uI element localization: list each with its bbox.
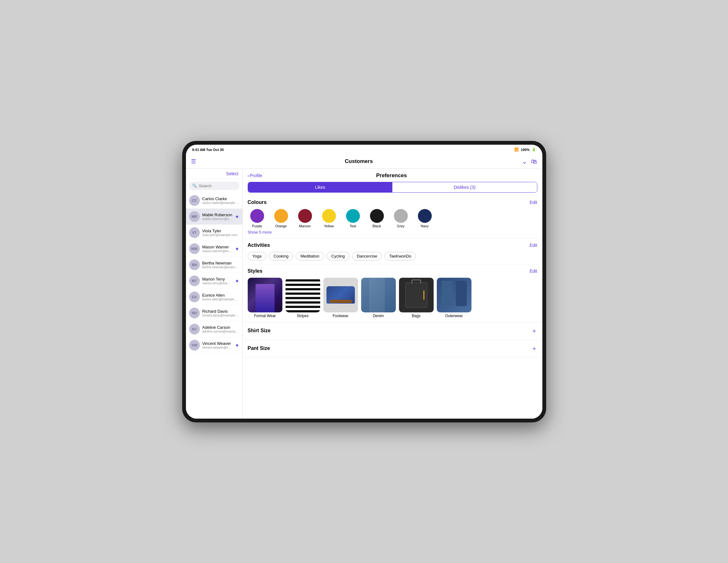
customer-item[interactable]: MW Mason Warner mason.warner@example.com…	[186, 241, 242, 257]
activity-tag: TaeKwonDo	[384, 252, 416, 260]
customer-name: Carlos Clarke	[202, 196, 239, 201]
customer-info: Vincent Weaver vincent.weaver@example.co…	[202, 341, 233, 349]
chevron-down-icon[interactable]: ⌄	[522, 158, 527, 165]
customer-name: Vincent Weaver	[202, 341, 233, 346]
style-item[interactable]: Footwear	[323, 278, 358, 318]
style-image	[286, 278, 320, 312]
colour-item[interactable]: Grey	[391, 209, 410, 228]
colour-label: Maroon	[299, 224, 311, 228]
tab-likes[interactable]: Likes	[248, 182, 393, 192]
style-item[interactable]: Formal Wear	[248, 278, 282, 318]
customer-name: Bertha Newman	[202, 261, 239, 265]
star-icon[interactable]: ★	[235, 343, 239, 348]
customer-email: eucice.allen@example.com	[202, 298, 239, 301]
customer-email: mable.roberson@example.com	[202, 217, 233, 221]
customer-email: viola.tyler@example.com	[202, 233, 239, 237]
style-label: Stripes	[297, 314, 309, 318]
colours-grid: Purple Orange Maroon Yellow Teal Black G…	[248, 209, 537, 228]
customer-info: Viola Tyler viola.tyler@example.com	[202, 229, 239, 237]
styles-edit-button[interactable]: Edit	[529, 269, 537, 274]
colour-item[interactable]: Purple	[248, 209, 267, 228]
colour-item[interactable]: Yellow	[320, 209, 338, 228]
activities-header: Activities Edit	[248, 242, 537, 248]
customer-info: Bertha Newman bertha.newman@example.com	[202, 261, 239, 269]
colours-label: Colours	[248, 200, 267, 205]
shirt-size-label: Shirt Size	[248, 328, 271, 334]
colour-item[interactable]: Black	[367, 209, 386, 228]
star-icon[interactable]: ★	[235, 214, 239, 219]
customer-item[interactable]: VW Vincent Weaver vincent.weaver@example…	[186, 337, 242, 353]
customer-name: Mason Warner	[202, 245, 233, 249]
style-label: Footwear	[332, 314, 348, 318]
customer-item[interactable]: CC Carlos Clarke carlos.clarke@example.c…	[186, 193, 242, 209]
customer-item[interactable]: VT Viola Tyler viola.tyler@example.com	[186, 225, 242, 241]
customer-item[interactable]: EA Eunice Allen eucice.allen@example.com	[186, 289, 242, 305]
customer-info: Carlos Clarke carlos.clarke@example.com	[202, 196, 239, 205]
customer-item[interactable]: BN Bertha Newman bertha.newman@example.c…	[186, 257, 242, 273]
colour-circle	[418, 209, 432, 223]
star-icon[interactable]: ★	[235, 246, 239, 251]
screen: 9:41 AM Tue Oct 30 📶 100% 🔋 ☰ Customers …	[186, 145, 542, 419]
detail-panel: ‹ Profile Preferences Likes Dislikes (3)…	[243, 169, 542, 419]
customer-email: vincent.weaver@example.com	[202, 346, 233, 349]
activities-section: Activities Edit YogaCookingMeditationCyc…	[243, 239, 542, 264]
colours-edit-button[interactable]: Edit	[529, 200, 537, 205]
customer-item[interactable]: RD Richard Davis richard.davis@example.c…	[186, 305, 242, 321]
customer-email: bertha.newman@example.com	[202, 265, 239, 269]
colour-label: Black	[373, 224, 381, 228]
activity-tag: Yoga	[248, 252, 266, 260]
style-image	[399, 278, 434, 312]
customer-info: Mable Roberson mable.roberson@example.co…	[202, 212, 233, 221]
shirt-size-row: Shirt Size ＋	[243, 322, 542, 340]
search-icon: 🔍	[192, 183, 197, 188]
style-image	[323, 278, 358, 312]
style-item[interactable]: Stripes	[286, 278, 320, 318]
colour-item[interactable]: Teal	[344, 209, 362, 228]
back-button[interactable]: ‹ Profile	[248, 173, 262, 178]
colour-label: Orange	[275, 224, 287, 228]
avatar: VT	[189, 227, 200, 238]
device: 9:41 AM Tue Oct 30 📶 100% 🔋 ☰ Customers …	[182, 141, 546, 422]
customer-item[interactable]: AC Adeline Carson adeline.carson@example…	[186, 321, 242, 337]
customer-info: Mason Warner mason.warner@example.com	[202, 245, 233, 253]
avatar: CC	[189, 195, 200, 206]
nav-bar: ☰ Customers ⌄ 🛍	[186, 155, 542, 169]
colour-item[interactable]: Orange	[272, 209, 291, 228]
colour-circle	[274, 209, 288, 223]
avatar: MT	[189, 276, 200, 286]
customer-email: mason.warner@example.com	[202, 249, 233, 253]
activities-edit-button[interactable]: Edit	[529, 243, 537, 248]
style-image	[361, 278, 396, 312]
colours-header: Colours Edit	[248, 200, 537, 205]
colour-item[interactable]: Maroon	[296, 209, 315, 228]
avatar: VW	[189, 340, 200, 351]
style-item[interactable]: Outerwear	[437, 278, 471, 318]
select-button[interactable]: Select	[226, 171, 239, 176]
style-item[interactable]: Bags	[399, 278, 434, 318]
colour-circle	[370, 209, 384, 223]
star-icon[interactable]: ★	[235, 278, 239, 283]
customer-item[interactable]: MR Mable Roberson mable.roberson@example…	[186, 209, 242, 225]
chevron-left-icon: ‹	[248, 173, 249, 178]
customer-item[interactable]: MT Marion Terry marion.terry@example.com…	[186, 273, 242, 289]
pant-size-row: Pant Size ＋	[243, 340, 542, 357]
shirt-size-add-button[interactable]: ＋	[531, 327, 537, 335]
colour-circle	[346, 209, 360, 223]
colour-label: Purple	[252, 224, 262, 228]
styles-section: Styles Edit Formal Wear Stripes Footwear…	[243, 264, 542, 322]
activity-tag: Cycling	[326, 252, 350, 260]
styles-grid: Formal Wear Stripes Footwear Denim Bags …	[248, 278, 537, 318]
avatar: BN	[189, 259, 200, 270]
show-more-button[interactable]: Show 5 more	[248, 230, 272, 235]
colour-label: Grey	[397, 224, 405, 228]
tab-dislikes[interactable]: Dislikes (3)	[392, 182, 537, 192]
pant-size-add-button[interactable]: ＋	[531, 344, 537, 353]
search-input[interactable]	[199, 183, 236, 188]
bag-icon[interactable]: 🛍	[531, 158, 537, 165]
menu-icon[interactable]: ☰	[191, 158, 196, 165]
pant-size-label: Pant Size	[248, 345, 270, 351]
sub-header: ‹ Profile Preferences	[243, 169, 542, 179]
style-item[interactable]: Denim	[361, 278, 396, 318]
customer-name: Richard Davis	[202, 309, 239, 314]
colour-item[interactable]: Navy	[415, 209, 434, 228]
